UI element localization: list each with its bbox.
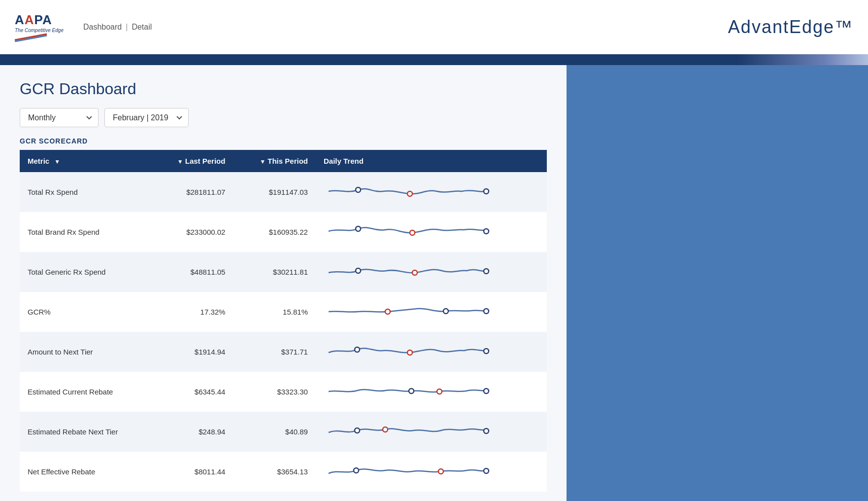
nav-divider: | — [126, 23, 128, 32]
table-row: Estimated Rebate Next Tier$248.94$40.89 — [20, 412, 547, 452]
col-daily-trend: Daily Trend — [316, 150, 547, 172]
svg-point-19 — [437, 389, 442, 394]
last-period-cell: $8011.44 — [151, 452, 234, 492]
this-period-cell: $160935.22 — [233, 212, 316, 252]
svg-point-5 — [356, 226, 361, 231]
svg-point-16 — [407, 350, 412, 355]
this-period-cell: $191147.03 — [233, 172, 316, 212]
this-period-cell: $371.71 — [233, 332, 316, 372]
trend-cell — [316, 332, 547, 372]
trend-sparkline — [324, 339, 491, 363]
col-metric[interactable]: Metric ▼ — [20, 150, 151, 172]
last-period-cell: $281811.07 — [151, 172, 234, 212]
col-this-period[interactable]: ▼ This Period — [233, 150, 316, 172]
col-last-period[interactable]: ▼ Last Period — [151, 150, 234, 172]
controls-row: Monthly Weekly Quarterly Yearly January … — [20, 108, 547, 127]
table-header-row: Metric ▼ ▼ Last Period ▼ This Period Dai… — [20, 150, 547, 172]
trend-cell — [316, 412, 547, 452]
logo-area: AAPA The Competitive Edge — [15, 12, 64, 42]
this-period-cell: $40.89 — [233, 412, 316, 452]
blue-bar — [0, 54, 868, 65]
metric-cell: Total Brand Rx Spend — [20, 212, 151, 252]
last-period-cell: $6345.44 — [151, 372, 234, 412]
svg-point-11 — [443, 309, 448, 314]
trend-sparkline — [324, 259, 491, 284]
svg-point-23 — [354, 468, 359, 473]
table-row: Amount to Next Tier$1914.94$371.71 — [20, 332, 547, 372]
svg-point-12 — [484, 309, 489, 314]
last-period-cell: $248.94 — [151, 412, 234, 452]
this-period-cell: $3654.13 — [233, 452, 316, 492]
this-period-cell: 15.81% — [233, 292, 316, 332]
detail-link[interactable]: Detail — [132, 23, 152, 32]
trend-sparkline — [324, 459, 491, 483]
scorecard-label: GCR SCORECARD — [20, 137, 547, 145]
svg-point-13 — [385, 309, 390, 314]
nav-links: Dashboard | Detail — [83, 23, 152, 32]
svg-point-6 — [484, 229, 489, 234]
last-period-cell: $1914.94 — [151, 332, 234, 372]
svg-point-7 — [410, 230, 415, 235]
svg-point-24 — [484, 468, 489, 473]
logo-flag-icon — [15, 33, 49, 42]
trend-cell — [316, 372, 547, 412]
table-row: Total Rx Spend$281811.07$191147.03 — [20, 172, 547, 212]
svg-point-9 — [484, 269, 489, 274]
last-period-cell: $48811.05 — [151, 252, 234, 292]
brand-name: AdvantEdge™ — [728, 17, 853, 37]
table-row: GCR%17.32%15.81% — [20, 292, 547, 332]
svg-point-21 — [484, 429, 489, 433]
svg-point-18 — [484, 389, 489, 394]
table-row: Estimated Current Rebate$6345.44$3323.30 — [20, 372, 547, 412]
this-period-cell: $30211.81 — [233, 252, 316, 292]
metric-cell: Estimated Rebate Next Tier — [20, 412, 151, 452]
trend-cell — [316, 292, 547, 332]
page-title: GCR Dashboard — [20, 80, 547, 98]
this-period-sort-icon[interactable]: ▼ — [260, 158, 266, 165]
trend-sparkline — [324, 179, 491, 204]
main-content: GCR Dashboard Monthly Weekly Quarterly Y… — [0, 65, 567, 501]
svg-point-25 — [438, 469, 443, 474]
svg-point-2 — [356, 187, 361, 192]
trend-sparkline — [324, 299, 491, 323]
metric-sort-icon[interactable]: ▼ — [54, 158, 60, 165]
table-row: Total Brand Rx Spend$233000.02$160935.22 — [20, 212, 547, 252]
this-period-cell: $3323.30 — [233, 372, 316, 412]
svg-point-15 — [484, 349, 489, 354]
trend-sparkline — [324, 379, 491, 403]
metric-cell: Total Rx Spend — [20, 172, 151, 212]
scorecard-table: Metric ▼ ▼ Last Period ▼ This Period Dai… — [20, 150, 547, 492]
svg-point-10 — [412, 270, 417, 275]
metric-cell: Amount to Next Tier — [20, 332, 151, 372]
logo-text: AAPA — [15, 12, 52, 28]
metric-cell: Estimated Current Rebate — [20, 372, 151, 412]
trend-cell — [316, 452, 547, 492]
table-row: Net Effective Rebate$8011.44$3654.13 — [20, 452, 547, 492]
last-period-cell: $233000.02 — [151, 212, 234, 252]
svg-point-4 — [407, 191, 412, 196]
last-period-cell: 17.32% — [151, 292, 234, 332]
last-period-sort-icon[interactable]: ▼ — [177, 158, 183, 165]
period-value-dropdown[interactable]: January | 2019 February | 2019 March | 2… — [104, 108, 189, 127]
svg-point-17 — [409, 389, 414, 394]
trend-sparkline — [324, 419, 491, 443]
svg-point-3 — [484, 189, 489, 194]
metric-cell: Total Generic Rx Spend — [20, 252, 151, 292]
period-type-dropdown[interactable]: Monthly Weekly Quarterly Yearly — [20, 108, 99, 127]
svg-point-14 — [355, 347, 360, 352]
metric-cell: GCR% — [20, 292, 151, 332]
trend-sparkline — [324, 219, 491, 244]
trend-cell — [316, 212, 547, 252]
dashboard-link[interactable]: Dashboard — [83, 23, 122, 32]
table-row: Total Generic Rx Spend$48811.05$30211.81 — [20, 252, 547, 292]
svg-point-22 — [383, 427, 388, 432]
svg-point-8 — [356, 268, 361, 273]
trend-cell — [316, 252, 547, 292]
svg-point-20 — [355, 428, 360, 433]
trend-cell — [316, 172, 547, 212]
logo-tagline: The Competitive Edge — [15, 28, 64, 33]
header: AAPA The Competitive Edge Dashboard | De… — [0, 0, 868, 54]
metric-cell: Net Effective Rebate — [20, 452, 151, 492]
